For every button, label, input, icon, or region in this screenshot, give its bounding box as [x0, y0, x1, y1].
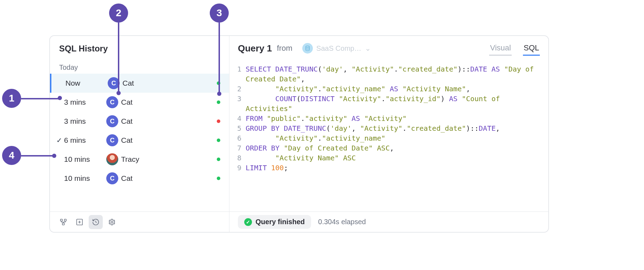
status-dot-icon [217, 177, 220, 180]
annotation-badge-1: 1 [2, 89, 21, 108]
history-row[interactable]: 10 mins Tracy [50, 150, 229, 169]
sql-editor[interactable]: 1 23 456789 SELECT DATE_TRUNC('day', "Ac… [229, 61, 548, 211]
query-title: Query 1 [238, 43, 272, 54]
history-icon[interactable] [89, 215, 103, 229]
annotation-badge-2: 2 [109, 4, 128, 23]
history-group-label: Today [50, 59, 229, 74]
status-dot-icon [217, 100, 220, 104]
annotation-badge-4: 4 [2, 146, 21, 165]
query-status-text: Query finished [255, 218, 305, 226]
panel-icon[interactable] [72, 215, 87, 229]
sidebar-toolbar [50, 211, 229, 232]
history-row-time: 3 mins [64, 117, 106, 125]
annotation-line-4 [21, 155, 53, 157]
database-icon [302, 43, 313, 54]
history-row-user: Cat [121, 136, 214, 145]
datasource-name: SaaS Comp… [316, 44, 361, 53]
history-row[interactable]: ✓ 6 mins C Cat [50, 131, 229, 150]
history-row-user: Tracy [121, 155, 214, 164]
avatar-icon: C [106, 115, 118, 127]
svg-point-5 [306, 46, 310, 48]
annotation-line-1 [21, 98, 58, 99]
svg-rect-0 [61, 219, 63, 221]
history-row-status [214, 158, 223, 161]
status-dot-icon [217, 139, 220, 142]
avatar-icon: C [106, 134, 118, 146]
history-row-time: 10 mins [64, 174, 106, 183]
annotation-line-2 [118, 23, 119, 92]
history-row-status [214, 119, 223, 123]
schema-icon[interactable] [56, 215, 70, 229]
annotation-dot-2 [116, 91, 121, 95]
history-row-avatar [106, 153, 121, 165]
history-row-avatar: C [108, 77, 122, 89]
history-row-avatar: C [106, 96, 121, 108]
avatar-icon: C [106, 96, 118, 108]
history-row[interactable]: 3 mins C Cat [50, 93, 229, 112]
svg-rect-1 [64, 219, 67, 221]
history-row-avatar: C [106, 134, 121, 146]
sidebar: SQL History Today Now C Cat 3 mins C Cat… [50, 36, 229, 232]
datasource-picker[interactable]: SaaS Comp… ⌄ [297, 41, 376, 56]
sidebar-title: SQL History [59, 44, 220, 54]
history-row-status [214, 177, 223, 180]
history-row[interactable]: 10 mins C Cat [50, 169, 229, 188]
check-circle-icon: ✓ [244, 218, 252, 226]
svg-point-4 [111, 221, 113, 223]
settings-icon[interactable] [105, 215, 119, 229]
tab-visual[interactable]: Visual [489, 41, 512, 56]
history-row-avatar: C [106, 115, 121, 127]
history-row-avatar: C [106, 172, 121, 184]
app-panel: SQL History Today Now C Cat 3 mins C Cat… [49, 35, 549, 233]
history-row[interactable]: Now C Cat [50, 74, 229, 93]
history-row-user: Cat [121, 174, 214, 183]
history-list: Now C Cat 3 mins C Cat 3 mins C Cat ✓ [50, 74, 229, 211]
annotation-dot-3 [217, 92, 221, 96]
query-status-pill: ✓ Query finished [238, 215, 311, 229]
history-row-user: Cat [122, 79, 214, 87]
line-gutter: 1 23 456789 [229, 64, 246, 211]
history-row-status [214, 100, 223, 104]
history-row-status [214, 139, 223, 142]
avatar-icon: C [106, 172, 118, 184]
annotation-dot-1 [58, 96, 62, 100]
annotation-badge-3: 3 [210, 4, 229, 23]
main-header: Query 1 from SaaS Comp… ⌄ Visual SQL [229, 36, 548, 61]
history-row-user: Cat [121, 117, 214, 125]
from-label: from [277, 44, 292, 53]
svg-rect-2 [62, 223, 64, 225]
main-area: Query 1 from SaaS Comp… ⌄ Visual SQL 1 2… [229, 36, 548, 232]
history-row[interactable]: 3 mins C Cat [50, 112, 229, 131]
history-row-time: Now [65, 79, 108, 87]
annotation-line-3 [219, 23, 220, 92]
history-row-time: 10 mins [64, 155, 106, 164]
query-elapsed: 0.304s elapsed [318, 218, 366, 226]
sql-code[interactable]: SELECT DATE_TRUNC('day', "Activity"."cre… [246, 64, 548, 211]
history-row-indicator: ✓ [54, 136, 64, 145]
status-dot-icon [217, 119, 220, 123]
sidebar-header: SQL History [50, 36, 229, 59]
status-dot-icon [217, 158, 220, 161]
main-footer: ✓ Query finished 0.304s elapsed [229, 211, 548, 232]
history-row-time: 6 mins [64, 136, 106, 145]
history-row-user: Cat [121, 98, 214, 106]
history-row-time: 3 mins [64, 98, 106, 106]
annotation-dot-4 [52, 154, 56, 158]
tab-sql[interactable]: SQL [523, 41, 540, 56]
chevron-down-icon: ⌄ [365, 44, 371, 53]
avatar-icon [106, 153, 118, 165]
